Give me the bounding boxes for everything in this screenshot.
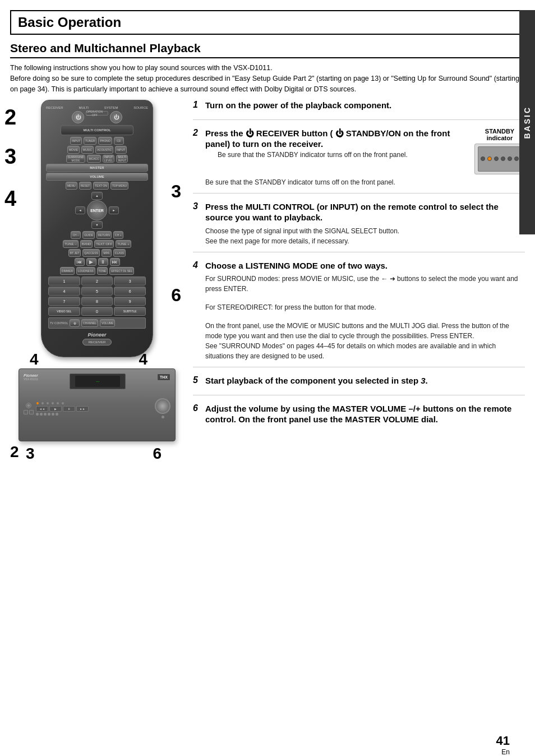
receiver-small-knob[interactable] <box>26 403 31 408</box>
remote-channel-plus-btn[interactable]: CH + <box>113 231 123 239</box>
remote-subtitle-btn[interactable]: SUBTITLE <box>114 307 146 316</box>
receiver-btn-2[interactable] <box>29 410 34 414</box>
remote-reset-btn[interactable]: RESET <box>79 182 92 190</box>
remote-mpa-btn[interactable]: MPA <box>102 249 112 257</box>
step-5-header: 5 Start playback of the component you se… <box>193 375 525 386</box>
remote-tv-volume-btn[interactable]: VOLUME <box>100 319 115 327</box>
remote-tv-channel-btn[interactable]: CHANNEL <box>81 319 98 327</box>
remote-pause-btn[interactable]: ⏸ <box>98 258 108 266</box>
receiver-ctrl-btn-1[interactable]: ◄◄ <box>36 406 48 412</box>
remote-movie-btn[interactable]: MOVIE <box>67 146 80 154</box>
remote-tv-power-btn[interactable]: ⏻ <box>70 319 80 327</box>
remote-top-menu-btn[interactable]: TOP MENU <box>110 182 128 190</box>
remote-right-btn[interactable]: ► <box>109 206 119 214</box>
step-4: 4 Choose a LISTENING MODE one of two way… <box>193 260 525 368</box>
remote-num-7[interactable]: 7 <box>48 297 80 306</box>
remote-next-btn[interactable]: ⏭ <box>110 258 120 266</box>
remote-num-9[interactable]: 9 <box>114 297 146 306</box>
remote-num-5[interactable]: 5 <box>81 287 113 296</box>
remote-tuner-btn[interactable]: TUNER <box>84 137 96 145</box>
remote-num-0[interactable]: 0 <box>81 307 113 316</box>
remote-multi-control[interactable]: MULTI CONTROL <box>61 125 133 135</box>
remote-play-btn[interactable]: ▶ <box>86 258 96 266</box>
remote-multi-input-btn[interactable]: MULTIINPUT <box>116 155 128 163</box>
step-1-header: 1 Turn on the power of the playback comp… <box>193 100 525 111</box>
remote-text-on-btn[interactable]: TEXT ON <box>93 182 109 190</box>
remote-num-3[interactable]: 3 <box>114 276 146 285</box>
receiver-btn-1[interactable] <box>24 410 28 414</box>
receiver-ctrl-btn-3[interactable]: ⏸ <box>63 406 75 412</box>
step-4-title: Choose a LISTENING MODE one of two ways. <box>205 260 388 271</box>
intro-text: The following instructions show you how … <box>10 63 525 94</box>
receiver-model-text: VSX-D1011 <box>24 377 38 381</box>
receiver-display: --- <box>70 374 126 389</box>
receiver-dot-row <box>36 413 153 416</box>
remote-text-off-btn[interactable]: TEXT OFF <box>94 240 114 248</box>
step-2-num: 2 <box>193 128 202 138</box>
remote-dimmer-btn[interactable]: DIMMER <box>60 267 75 275</box>
remote-num-6[interactable]: 6 <box>114 287 146 296</box>
remote-power-btn-2[interactable]: ⏻ <box>110 111 122 123</box>
remote-qaccess-btn[interactable]: QACCESS <box>82 249 99 257</box>
remote-prev-btn[interactable]: ⏮ <box>75 258 85 266</box>
remote-enter-btn[interactable]: ENTER <box>87 200 107 220</box>
remote-guide-btn[interactable]: GUIDE <box>82 231 95 239</box>
receiver-ctrl-btn-2[interactable]: ▶ <box>49 406 62 412</box>
remote-left-btn[interactable]: ◄ <box>75 206 85 214</box>
indicator-4 <box>51 402 54 405</box>
receiver-ctrl-btn-3-label: ⏸ <box>68 407 71 411</box>
section-title: Stereo and Multichannel Playback <box>10 42 525 58</box>
standby-label: STANDBYindicator <box>474 128 525 141</box>
remote-down-btn[interactable]: ▼ <box>91 221 102 229</box>
remote-tone-btn[interactable]: TONE <box>97 267 108 275</box>
receiver-ctrl-btn-4[interactable]: ►► <box>76 406 89 412</box>
recv-dot-6 <box>56 413 58 416</box>
receiver-btns-2: ◄◄ ▶ ⏸ ►► <box>36 406 153 412</box>
remote-surround-mode-btn[interactable]: SURROUNDMODE <box>66 155 86 163</box>
receiver-badge-text: RECEIVER <box>89 340 106 344</box>
step-overlay-3: 3 <box>4 145 16 169</box>
remote-mcacc-btn[interactable]: MCACC <box>87 155 100 163</box>
remote-music-btn[interactable]: MUSIC <box>81 146 94 154</box>
remote-dimmer-row: DIMMER LOUDNESS TONE EFFECT DL SEL <box>46 267 148 275</box>
master-vol-label-2: VOLUME <box>90 175 104 178</box>
remote-menu-btn[interactable]: MENU <box>66 182 77 190</box>
remote-num-2[interactable]: 2 <box>81 276 113 285</box>
step-overlay-4: 4 <box>4 187 16 211</box>
remote-up-btn[interactable]: ▲ <box>91 192 102 200</box>
remote-loudness-btn[interactable]: LOUDNESS <box>76 267 95 275</box>
remote-channel-minus-btn[interactable]: CH – <box>71 231 81 239</box>
remote-tune-plus-btn[interactable]: TUNE + <box>116 240 131 248</box>
remote-tune-minus-btn[interactable]: TUNE – <box>63 240 78 248</box>
remote-video-sel-btn[interactable]: VIDEO SEL <box>48 307 80 316</box>
remote-input-level-btn[interactable]: INPUTLEVEL <box>103 155 115 163</box>
remote-cd-btn[interactable]: CD <box>114 137 124 145</box>
remote-input-btn-2[interactable]: INPUT <box>115 146 127 154</box>
standby-dots <box>481 156 519 161</box>
step-1: 1 Turn on the power of the playback comp… <box>193 100 525 120</box>
master-volume-knob[interactable] <box>155 398 170 414</box>
remote-effect-btn[interactable]: EFFECT DL SEL <box>109 267 134 275</box>
remote-num-1[interactable]: 1 <box>48 276 80 285</box>
remote-power-btn-1[interactable]: ⏻ <box>72 111 84 123</box>
receiver-ctrl-btn-1-label: ◄◄ <box>39 407 45 411</box>
indicator-3 <box>46 402 49 405</box>
step-3-body-1: Choose the type of signal input with the… <box>205 226 525 236</box>
remote-num-4[interactable]: 4 <box>48 287 80 296</box>
recv-dot-4 <box>48 413 50 416</box>
step-1-num: 1 <box>193 100 202 110</box>
remote-band-btn[interactable]: BAND <box>80 240 93 248</box>
remote-acoustic-btn[interactable]: ACOUSTIC <box>95 146 113 154</box>
receiver-ctrl-btn-2-label: ▶ <box>54 407 57 411</box>
remote-input-btn-1[interactable]: INPUT <box>70 137 82 145</box>
remote-btn-row-1: INPUT TUNER PHONO CD <box>46 137 148 145</box>
receiver-step-overlay-4-right: 4 <box>139 351 147 368</box>
step-6-num: 6 <box>193 403 202 413</box>
remote-tune-row: TUNE – BAND TEXT OFF TUNE + <box>46 240 148 248</box>
step-3-title: Press the MULTI CONTROL (or INPUT) on th… <box>205 201 525 223</box>
remote-btjet-btn[interactable]: BT JET <box>68 249 81 257</box>
remote-phono-btn[interactable]: PHONO <box>98 137 112 145</box>
remote-num-8[interactable]: 8 <box>81 297 113 306</box>
remote-class-btn[interactable]: CLASS <box>113 249 126 257</box>
remote-return-btn[interactable]: RETURN <box>96 231 112 239</box>
